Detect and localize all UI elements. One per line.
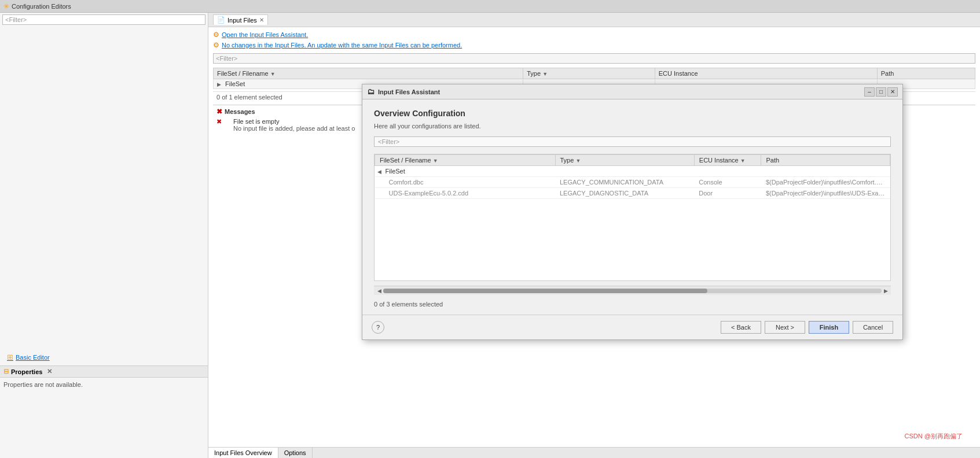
basic-editor-icon: ⊞: [7, 353, 13, 361]
dialog-subtitle: Here all your configurations are listed.: [374, 123, 891, 130]
dialog-selection-status: 0 of 3 elements selected: [374, 300, 891, 309]
dialog-group-ecu: [694, 166, 761, 177]
config-filter[interactable]: <Filter>: [2, 14, 205, 25]
properties-panel: ⊟ Properties ✕ Properties are not availa…: [0, 365, 208, 458]
dialog-body: Overview Configuration Here all your con…: [362, 99, 902, 315]
col-header-filename: FileSet / Filename ▼: [214, 68, 523, 79]
dialog-table-row[interactable]: Comfort.dbc LEGACY_COMMUNICATION_DATA Co…: [375, 177, 890, 188]
message-icon: ✖: [216, 118, 222, 125]
dialog-row2-ecu: Door: [694, 188, 761, 199]
basic-editor-section: ⊞ Basic Editor: [0, 349, 208, 365]
dialog-title: 🗂 Input Files Assistant: [367, 87, 440, 96]
dialog-title-icon: 🗂: [367, 87, 375, 96]
tab-close-icon[interactable]: ✕: [259, 17, 264, 23]
message-content: File set is empty No input file is added…: [224, 118, 355, 132]
dialog-row1-ecu: Console: [694, 177, 761, 188]
next-button[interactable]: Next >: [765, 321, 805, 334]
dialog-table: FileSet / Filename ▼ Type ▼ ECU Instance…: [375, 154, 890, 199]
message-title: File set is empty: [224, 118, 355, 125]
dialog-table-row[interactable]: UDS-ExampleEcu-5.0.2.cdd LEGACY_DIAGNOST…: [375, 188, 890, 199]
dialog-row1-filename: Comfort.dbc: [375, 177, 556, 188]
scrollbar-thumb[interactable]: [383, 289, 707, 293]
input-files-header: 📄 Input Files ✕: [208, 13, 980, 27]
input-files-assistant-dialog: 🗂 Input Files Assistant – □ ✕ Overview C…: [362, 84, 903, 340]
dialog-sort-ecu[interactable]: ▼: [740, 158, 745, 164]
help-button[interactable]: ?: [372, 321, 384, 334]
dialog-filter[interactable]: <Filter>: [374, 136, 891, 147]
dialog-group-path: [761, 166, 890, 177]
input-files-tab[interactable]: 📄 Input Files ✕: [213, 14, 268, 25]
dialog-section-title: Overview Configuration: [374, 109, 891, 118]
tab-options[interactable]: Options: [278, 448, 313, 458]
dialog-row2-path: $(DpaProjectFolder)\inputfiles\UDS-Examp…: [761, 188, 890, 199]
dialog-col-ecu: ECU Instance ▼: [694, 155, 761, 166]
expand-icon[interactable]: ▶: [217, 82, 221, 87]
link-row-1: ⚙ Open the Input Files Assistant.: [213, 31, 975, 39]
link2-icon: ⚙: [213, 41, 219, 49]
top-strip-icon: ✳: [3, 2, 9, 10]
dialog-col-path: Path: [761, 155, 890, 166]
properties-content: Properties are not available.: [0, 378, 208, 458]
properties-icon: ⊟: [3, 368, 9, 375]
config-panel-content: [0, 27, 208, 349]
scroll-right-btn[interactable]: ▶: [882, 287, 890, 295]
sort-filename[interactable]: ▼: [270, 71, 275, 77]
dialog-row1-path: $(DpaProjectFolder)\inputfiles\Comfort.d…: [761, 177, 890, 188]
dialog-row1-type: LEGACY_COMMUNICATION_DATA: [555, 177, 694, 188]
properties-header: ⊟ Properties ✕: [0, 366, 208, 378]
dialog-sort-filename[interactable]: ▼: [433, 158, 438, 164]
left-panel: <Filter> ⊞ Basic Editor ⊟ Properties ✕ P…: [0, 13, 208, 458]
scrollbar-track[interactable]: [383, 289, 882, 293]
properties-tab-label: ✕: [47, 368, 52, 375]
dialog-controls: – □ ✕: [864, 87, 898, 97]
col-header-type: Type ▼: [523, 68, 655, 79]
sort-type[interactable]: ▼: [542, 71, 547, 77]
cancel-button[interactable]: Cancel: [853, 321, 893, 334]
col-header-path: Path: [877, 68, 975, 79]
col-header-ecu: ECU Instance: [655, 68, 877, 79]
dialog-table-container[interactable]: FileSet / Filename ▼ Type ▼ ECU Instance…: [374, 154, 891, 281]
dialog-group-type: [555, 166, 694, 177]
basic-editor-link[interactable]: ⊞ Basic Editor: [3, 351, 204, 363]
dialog-row2-type: LEGACY_DIAGNOSTIC_DATA: [555, 188, 694, 199]
group-name: FileSet: [225, 80, 245, 87]
back-button[interactable]: < Back: [721, 321, 761, 334]
dialog-table-row[interactable]: ◀ FileSet: [375, 166, 890, 177]
dialog-sort-type[interactable]: ▼: [575, 158, 580, 164]
ide-title: Configuration Editors: [12, 3, 71, 10]
dialog-collapse-icon[interactable]: ◀: [377, 169, 381, 175]
dialog-col-type: Type ▼: [555, 155, 694, 166]
dialog-col-filename: FileSet / Filename ▼: [375, 155, 556, 166]
dialog-close-btn[interactable]: ✕: [887, 87, 898, 97]
dialog-group-fileset: ◀ FileSet: [375, 166, 556, 177]
ide-top-strip: ✳ Configuration Editors: [0, 0, 980, 13]
link-row-2: ⚙ No changes in the Input Files. An upda…: [213, 41, 975, 49]
link1-icon: ⚙: [213, 31, 219, 39]
dialog-row2-filename: UDS-ExampleEcu-5.0.2.cdd: [375, 188, 556, 199]
message-subtitle: No input file is added, please add at le…: [224, 125, 355, 132]
scroll-left-btn[interactable]: ◀: [375, 287, 383, 295]
dialog-maximize-btn[interactable]: □: [876, 87, 886, 97]
messages-error-icon: ✖: [216, 108, 222, 116]
dialog-titlebar: 🗂 Input Files Assistant – □ ✕: [362, 84, 902, 99]
dialog-minimize-btn[interactable]: –: [864, 87, 875, 97]
tab-icon: 📄: [217, 16, 225, 24]
no-changes-link[interactable]: No changes in the Input Files. An update…: [222, 42, 462, 49]
dialog-footer: ? < Back Next > Finish Cancel: [362, 315, 902, 339]
open-assistant-link[interactable]: Open the Input Files Assistant.: [222, 31, 308, 38]
tab-input-files-overview[interactable]: Input Files Overview: [208, 448, 278, 458]
watermark: CSDN @别再跑偏了: [905, 432, 963, 441]
dialog-scrollbar[interactable]: ◀ ▶: [374, 286, 891, 295]
finish-button[interactable]: Finish: [809, 321, 849, 334]
right-filter[interactable]: <Filter>: [213, 53, 975, 64]
bottom-tabs: Input Files Overview Options: [208, 447, 980, 458]
dialog-group-name: FileSet: [386, 168, 405, 175]
